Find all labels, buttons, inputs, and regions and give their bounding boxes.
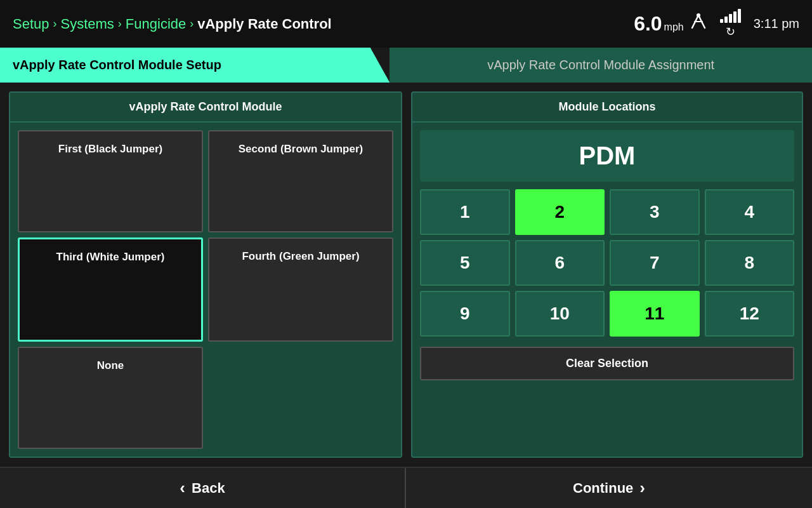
time-display: 3:11 pm [754,17,799,31]
loc-btn-5[interactable]: 5 [420,240,510,286]
signal-bar-2 [724,17,728,23]
module-btn-first[interactable]: First (Black Jumper) [18,130,203,232]
signal-refresh-icon: ↻ [720,25,741,39]
tab-setup[interactable]: vApply Rate Control Module Setup [0,48,390,83]
loc-btn-1[interactable]: 1 [420,189,510,235]
module-btn-third[interactable]: Third (White Jumper) [18,237,203,341]
svg-point-3 [697,13,700,17]
breadcrumb: Setup › Systems › Fungicide › vApply Rat… [13,16,332,32]
back-button[interactable]: ‹ Back [0,468,406,508]
loc-btn-7[interactable]: 7 [610,240,700,286]
right-panel: Module Locations PDM 1 2 3 4 5 6 7 8 9 1… [411,91,803,458]
module-grid: First (Black Jumper) Second (Brown Jumpe… [10,123,401,457]
signal-group: ↻ [720,9,741,39]
back-label: Back [192,480,225,497]
loc-btn-2[interactable]: 2 [515,189,605,235]
location-grid: 1 2 3 4 5 6 7 8 9 10 11 12 [412,189,802,344]
clear-selection-button[interactable]: Clear Selection [420,347,794,380]
left-panel-title: vApply Rate Control Module [10,93,401,123]
top-bar: Setup › Systems › Fungicide › vApply Rat… [0,0,812,48]
module-btn-none[interactable]: None [18,347,203,449]
bottom-bar: ‹ Back Continue › [0,467,812,508]
breadcrumb-fungicide[interactable]: Fungicide [126,16,186,32]
loc-btn-11[interactable]: 11 [610,291,700,337]
pdm-label: PDM [420,130,794,182]
loc-btn-10[interactable]: 10 [515,291,605,337]
continue-arrow-icon: › [639,478,645,498]
module-btn-fourth[interactable]: Fourth (Green Jumper) [208,237,393,341]
back-arrow-icon: ‹ [180,478,185,498]
antenna-icon [690,13,707,33]
signal-bar-1 [720,19,723,23]
module-btn-second[interactable]: Second (Brown Jumper) [208,130,393,232]
breadcrumb-sep-2: › [118,17,122,30]
top-right-info: 6.0 mph ↻ 3:11 pm [634,9,799,39]
loc-btn-6[interactable]: 6 [515,240,605,286]
continue-button[interactable]: Continue › [406,468,812,508]
breadcrumb-systems[interactable]: Systems [61,16,114,32]
loc-btn-4[interactable]: 4 [705,189,795,235]
right-panel-title: Module Locations [412,93,802,123]
loc-btn-9[interactable]: 9 [420,291,510,337]
tab-assignment[interactable]: vApply Rate Control Module Assignment [390,48,812,83]
loc-btn-12[interactable]: 12 [705,291,795,337]
signal-bar-5 [738,9,741,23]
signal-bar-3 [729,14,732,23]
continue-label: Continue [573,480,633,497]
main-content: vApply Rate Control Module First (Black … [0,83,812,467]
signal-bar-4 [733,11,737,23]
breadcrumb-sep-3: › [190,17,193,30]
breadcrumb-sep-1: › [53,17,57,30]
loc-btn-8[interactable]: 8 [705,240,795,286]
speed-display: 6.0 mph [634,12,707,36]
tab-bar: vApply Rate Control Module Setup vApply … [0,48,812,83]
left-panel: vApply Rate Control Module First (Black … [9,91,402,458]
signal-bars [720,9,741,23]
breadcrumb-current: vApply Rate Control [197,16,331,32]
speed-value: 6.0 [634,12,662,36]
loc-btn-3[interactable]: 3 [610,189,700,235]
breadcrumb-setup[interactable]: Setup [13,16,49,32]
speed-unit: mph [664,22,684,33]
